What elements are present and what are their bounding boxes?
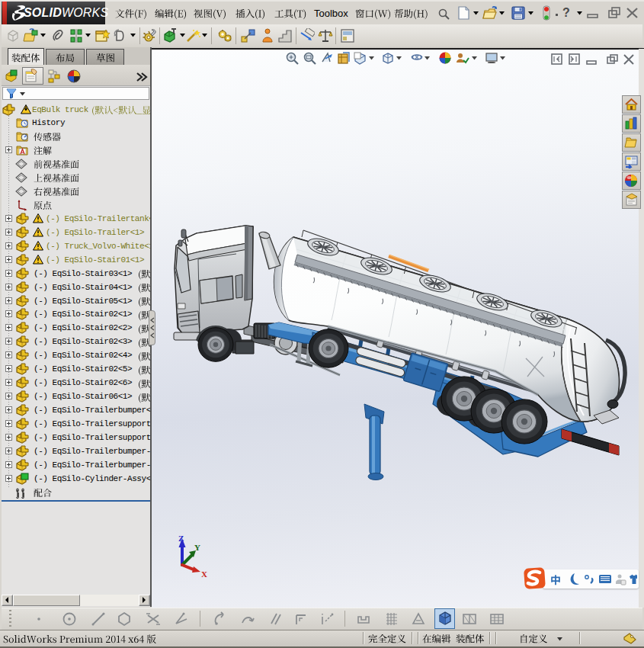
- svg-text:X: X: [201, 569, 207, 578]
- svg-text:Z: Z: [178, 534, 184, 543]
- svg-text:Y: Y: [194, 543, 200, 552]
